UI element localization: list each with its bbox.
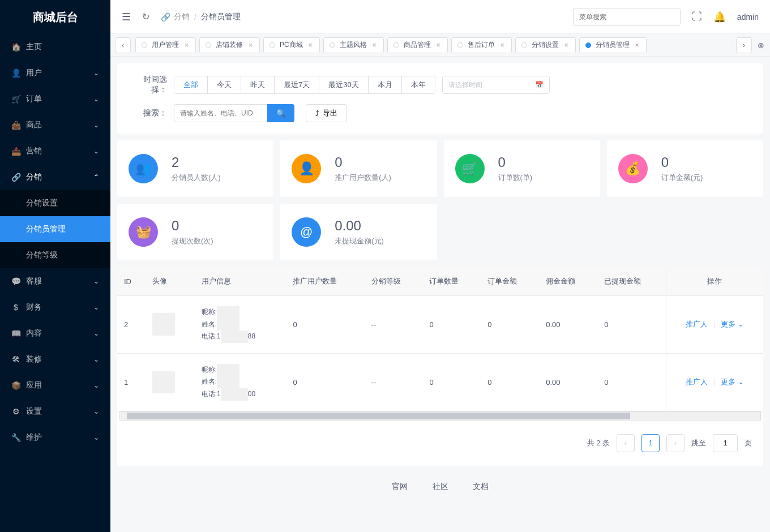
menu-support[interactable]: 💬 客服 ⌄ [0, 268, 110, 294]
menu-label: 装修 [26, 354, 42, 364]
menu-maintenance[interactable]: 🔧 维护 ⌄ [0, 424, 110, 451]
tab-dot-icon [142, 42, 147, 48]
date-range-picker[interactable]: 请选择时间 📅 [442, 76, 550, 94]
submenu-dist-levels[interactable]: 分销等级 [0, 242, 110, 268]
users-icon: 👥 [129, 154, 158, 183]
action-promoter[interactable]: 推广人 [686, 320, 708, 328]
cell-order-amount: 0 [481, 353, 539, 411]
search-input[interactable] [174, 104, 267, 122]
collapse-sidebar-button[interactable]: ☰ [122, 11, 131, 23]
tab-theme[interactable]: 主题风格× [323, 37, 384, 53]
menu-finance[interactable]: $ 财务 ⌄ [0, 294, 110, 320]
chevron-down-icon: ⌄ [93, 95, 99, 103]
export-label: 导出 [323, 108, 337, 118]
time-option-year[interactable]: 本年 [402, 76, 435, 93]
tab-dist-members[interactable]: 分销员管理× [579, 37, 647, 53]
stat-label: 订单金额(元) [661, 173, 703, 183]
content-area: 时间选择： 全部 今天 昨天 最近7天 最近30天 本月 本年 请选择时间 📅 [110, 57, 770, 532]
page-prev[interactable]: ‹ [617, 434, 635, 452]
action-more[interactable]: 更多 ⌄ [721, 320, 744, 328]
chevron-down-icon: ⌄ [93, 147, 99, 155]
action-promoter[interactable]: 推广人 [686, 377, 708, 386]
tabs-scroll-right[interactable]: › [736, 37, 752, 53]
menu-search-input[interactable] [573, 8, 681, 26]
stat-value: 0 [661, 155, 703, 170]
export-button[interactable]: ⤴ 导出 [306, 104, 347, 122]
tab-dist-settings[interactable]: 分销设置× [515, 37, 576, 53]
tab-aftersale[interactable]: 售后订单× [451, 37, 512, 53]
breadcrumb: 🔗 分销 / 分销员管理 [161, 12, 241, 22]
tab-close-icon[interactable]: × [635, 41, 639, 49]
tabs-scroll-left[interactable]: ‹ [115, 37, 131, 53]
tab-dot-icon [206, 42, 211, 48]
chevron-down-icon: ⌄ [93, 277, 99, 285]
table-horizontal-scrollbar[interactable] [119, 411, 761, 421]
tab-close-icon[interactable]: × [564, 41, 568, 49]
page-next[interactable]: › [666, 434, 685, 452]
menu-home[interactable]: 🏠 主页 [0, 34, 110, 60]
stat-order-amount: 💰 0 订单金额(元) [607, 140, 763, 197]
tab-close-icon[interactable]: × [309, 41, 313, 49]
menu-content[interactable]: 📖 内容 ⌄ [0, 320, 110, 346]
page-number[interactable]: 1 [641, 434, 660, 452]
fullscreen-icon[interactable]: ⛶ [692, 11, 702, 23]
menu-app[interactable]: 📦 应用 ⌄ [0, 372, 110, 398]
menu-distribution[interactable]: 🔗 分销 ⌃ [0, 164, 110, 190]
send-icon: 📤 [11, 147, 20, 156]
search-button[interactable]: 🔍 [267, 104, 294, 122]
user-menu[interactable]: admin [737, 12, 759, 22]
menu-product[interactable]: 👜 商品 ⌄ [0, 112, 110, 138]
footer-link-site[interactable]: 官网 [392, 482, 408, 491]
bag-icon: 👜 [11, 121, 20, 130]
time-option-month[interactable]: 本月 [369, 76, 402, 93]
tab-close-icon[interactable]: × [185, 41, 189, 49]
footer-link-docs[interactable]: 文档 [473, 482, 489, 491]
time-option-30days[interactable]: 最近30天 [319, 76, 368, 93]
time-option-today[interactable]: 今天 [208, 76, 241, 93]
refresh-button[interactable]: ↻ [142, 11, 149, 22]
tab-pc-mall[interactable]: PC商城× [263, 37, 320, 53]
menu-marketing[interactable]: 📤 营销 ⌄ [0, 138, 110, 164]
breadcrumb-item[interactable]: 分销 [174, 12, 190, 22]
menu-label: 分销 [26, 172, 42, 182]
cell-promo: 0 [286, 296, 364, 354]
tab-product-mgmt[interactable]: 商品管理× [387, 37, 448, 53]
table-row: 2 昵称:季 姓名:季 电话:1 88 0 -- [117, 296, 763, 354]
col-userinfo: 用户信息 [195, 267, 286, 296]
tab-close-icon[interactable]: × [500, 41, 504, 49]
chevron-down-icon: ⌄ [93, 355, 99, 363]
menu-decoration[interactable]: 🛠 装修 ⌄ [0, 346, 110, 372]
submenu-dist-members[interactable]: 分销员管理 [0, 216, 110, 242]
chevron-up-icon: ⌃ [93, 173, 99, 181]
chevron-down-icon: ⌄ [93, 407, 99, 415]
upload-icon: ⤴ [315, 109, 319, 118]
person-icon: 👤 [292, 154, 321, 183]
chat-icon: 💬 [11, 277, 20, 286]
footer-link-community[interactable]: 社区 [433, 482, 448, 491]
tab-close-icon[interactable]: × [437, 41, 440, 49]
tab-user-management[interactable]: 用户管理× [135, 37, 196, 53]
stat-distributors: 👥 2 分销员人数(人) [117, 140, 273, 197]
breadcrumb-icon: 🔗 [161, 12, 170, 22]
action-more[interactable]: 更多 ⌄ [721, 377, 744, 386]
menu-settings[interactable]: ⚙ 设置 ⌄ [0, 398, 110, 424]
tab-close-icon[interactable]: × [249, 41, 253, 49]
time-option-yesterday[interactable]: 昨天 [241, 76, 275, 93]
menu-label: 应用 [26, 380, 42, 391]
tabs-close-all[interactable]: ⊗ [754, 38, 768, 52]
logo: 商城后台 [0, 0, 110, 34]
chevron-down-icon: ⌄ [93, 121, 99, 129]
menu-user[interactable]: 👤 用户 ⌄ [0, 60, 110, 86]
menu-order[interactable]: 🛒 订单 ⌄ [0, 86, 110, 112]
bell-icon[interactable]: 🔔 [713, 11, 726, 23]
time-option-all[interactable]: 全部 [174, 76, 208, 93]
submenu-dist-settings[interactable]: 分销设置 [0, 190, 110, 216]
calendar-icon: 📅 [535, 81, 544, 89]
page-jump-input[interactable] [713, 434, 738, 452]
tab-close-icon[interactable]: × [373, 41, 377, 49]
col-order-amount: 订单金额 [481, 267, 539, 296]
stat-value: 0 [172, 218, 213, 234]
cell-order-amount: 0 [481, 296, 539, 354]
tab-shop-decoration[interactable]: 店铺装修× [199, 37, 260, 53]
time-option-7days[interactable]: 最近7天 [275, 76, 319, 93]
